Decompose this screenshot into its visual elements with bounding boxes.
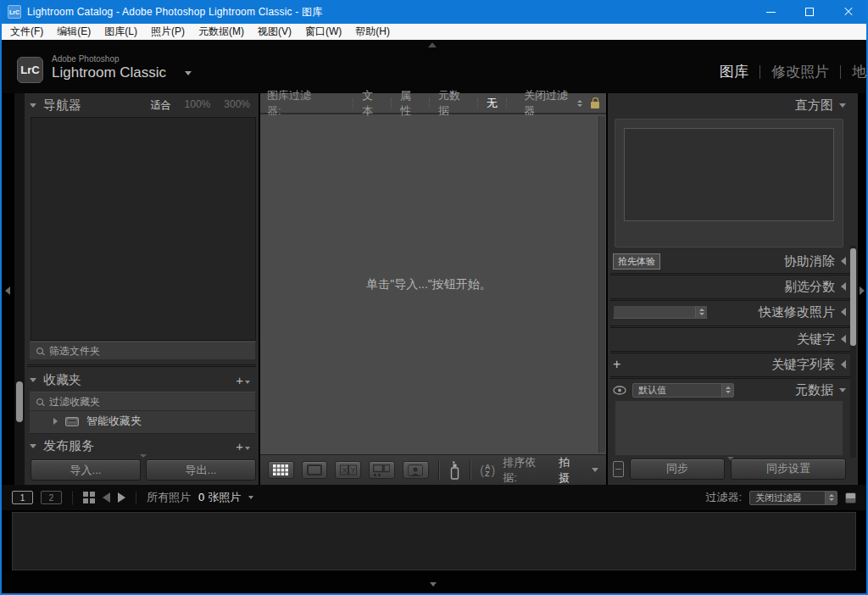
collection-set-icon [65, 417, 79, 426]
section-collapse-icon[interactable] [841, 308, 846, 316]
culling-score-header[interactable]: 剔选分数 [613, 276, 846, 297]
sync-button[interactable]: 同步 [630, 459, 725, 480]
filter-collections-field[interactable] [30, 392, 255, 411]
module-library[interactable]: 图库 [720, 62, 748, 81]
compare-view-button[interactable]: XY [335, 461, 361, 479]
section-collapse-icon[interactable] [841, 335, 846, 343]
sync-settings-button[interactable]: 同步设置 [731, 459, 846, 480]
zoom-fit[interactable]: 适合 [151, 98, 171, 113]
close-button[interactable] [829, 0, 868, 24]
photo-count-suffix: 张照片 [208, 491, 241, 503]
navigator-preview [31, 117, 256, 341]
zoom-100[interactable]: 100% [185, 98, 211, 113]
publish-services-header[interactable]: 发布服务 + [30, 436, 255, 456]
stepper-icon [721, 384, 733, 397]
people-view-button[interactable] [403, 461, 429, 479]
sort-by-value[interactable]: 拍摄 [559, 455, 581, 486]
assisted-culling-header[interactable]: 抢先体验 协助消除 [613, 251, 846, 271]
quick-develop-preset-dropdown[interactable] [613, 305, 708, 319]
filmstrip-filter-dropdown[interactable]: 关闭过滤器 [749, 491, 837, 505]
grid-view-shortcut-icon[interactable] [83, 492, 95, 503]
expand-icon[interactable] [53, 418, 58, 425]
smart-collections-row[interactable]: 智能收藏夹 [30, 411, 255, 431]
previous-photo-arrow[interactable] [103, 492, 110, 503]
grid-scrollbar[interactable] [598, 116, 605, 453]
app-name-menu-icon[interactable] [185, 71, 192, 75]
filter-none-option[interactable]: 无 [487, 96, 498, 111]
source-label[interactable]: 所有照片 [147, 490, 191, 505]
collapse-filmstrip-arrow[interactable] [430, 582, 437, 587]
filter-lock-icon[interactable] [591, 102, 599, 108]
left-scrollbar-thumb[interactable] [16, 381, 23, 422]
loupe-view-button[interactable] [302, 461, 328, 479]
filmstrip-filter-label: 过滤器: [705, 490, 742, 505]
sync-switch-icon[interactable] [613, 461, 624, 477]
eye-icon[interactable] [613, 386, 626, 395]
survey-view-button[interactable] [369, 461, 395, 479]
menu-metadata[interactable]: 元数据(M) [192, 25, 251, 39]
sort-direction-icon[interactable]: ( AZ ) [480, 464, 495, 477]
primary-monitor-button[interactable]: 1 [12, 491, 33, 504]
export-button[interactable]: 导出... [146, 459, 256, 481]
svg-text:Y: Y [350, 466, 355, 475]
secondary-monitor-button[interactable]: 2 [41, 491, 62, 504]
section-collapse-icon[interactable] [841, 257, 846, 265]
module-develop[interactable]: 修改照片 [771, 62, 829, 81]
section-collapse-icon[interactable] [839, 388, 846, 392]
source-dropdown-icon[interactable] [248, 496, 253, 499]
sort-dropdown-icon[interactable] [592, 468, 598, 472]
add-keyword-button[interactable]: + [613, 358, 620, 371]
grid-view-button[interactable] [268, 461, 294, 479]
filmstrip-filter-switch[interactable] [845, 492, 856, 503]
collapse-left-panel-arrow[interactable] [5, 286, 10, 295]
metadata-header[interactable]: 默认值 元数据 [613, 380, 846, 400]
search-icon [36, 348, 43, 354]
quick-develop-header[interactable]: 快速修改照片 [613, 302, 846, 322]
loupe-view-icon [307, 464, 322, 475]
right-panel-scrollbar[interactable] [850, 246, 856, 458]
publish-collapse-icon[interactable] [30, 444, 36, 448]
filter-collections-input[interactable] [49, 396, 202, 408]
keywording-header[interactable]: 关键字 [613, 329, 846, 349]
menu-window[interactable]: 窗口(W) [298, 25, 348, 39]
filter-folders-input[interactable] [49, 345, 202, 357]
right-scrollbar-thumb[interactable] [850, 248, 856, 346]
toolbar-separator [438, 460, 439, 481]
keyword-list-header[interactable]: + 关键字列表 [613, 354, 846, 375]
menu-file[interactable]: 文件(F) [3, 25, 50, 39]
menu-library[interactable]: 图库(L) [97, 25, 144, 39]
maximize-button[interactable] [790, 0, 829, 24]
next-photo-arrow[interactable] [118, 492, 125, 503]
module-map[interactable]: 地 [852, 62, 866, 81]
painter-spray-icon[interactable] [448, 460, 461, 481]
collapse-top-panel-arrow[interactable] [428, 42, 437, 47]
section-collapse-icon[interactable] [841, 282, 846, 291]
filter-folders-field[interactable] [30, 342, 255, 360]
add-collection-button[interactable]: + [236, 373, 250, 387]
grid-content-area: 单击"导入..."按钮开始。 [260, 114, 598, 454]
menu-help[interactable]: 帮助(H) [348, 25, 397, 39]
navigator-header[interactable]: 导航器 适合 100% 300% [30, 95, 255, 115]
menu-photo[interactable]: 照片(P) [144, 25, 192, 39]
collections-title: 收藏夹 [43, 372, 81, 388]
early-access-badge: 抢先体验 [613, 253, 660, 270]
collapse-right-panel-arrow[interactable] [860, 286, 865, 295]
grid-view-icon [273, 464, 288, 475]
histogram-collapse-icon[interactable] [839, 103, 846, 108]
filmstrip-bar: 1 2 所有照片 0张照片 过滤器: 关闭过滤器 [2, 485, 866, 510]
section-collapse-icon[interactable] [841, 360, 846, 369]
menu-edit[interactable]: 编辑(E) [50, 25, 97, 39]
left-panel-scrollbar[interactable] [14, 93, 25, 485]
add-publish-service-button[interactable]: + [236, 439, 250, 453]
menu-view[interactable]: 视图(V) [251, 25, 298, 39]
import-button[interactable]: 导入... [31, 459, 141, 481]
histogram-header[interactable]: 直方图 [613, 95, 846, 115]
navigator-collapse-icon[interactable] [30, 103, 36, 108]
metadata-preset-dropdown[interactable]: 默认值 [632, 383, 734, 398]
lrc-logo: LrC [17, 57, 43, 83]
collections-collapse-icon[interactable] [30, 378, 36, 382]
minimize-button[interactable] [751, 0, 790, 24]
collections-header[interactable]: 收藏夹 + [30, 370, 255, 390]
zoom-300[interactable]: 300% [224, 98, 250, 113]
photo-count: 0张照片 [198, 490, 241, 505]
